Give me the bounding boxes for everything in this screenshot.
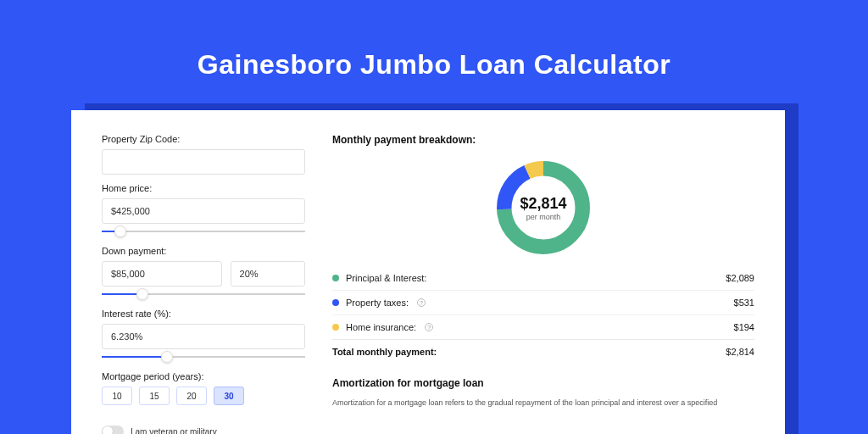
price-field-block: Home price: (102, 183, 305, 237)
rate-slider[interactable] (102, 351, 305, 363)
period-btn-20[interactable]: 20 (176, 387, 207, 405)
period-field-block: Mortgage period (years): 10152030 (102, 371, 305, 405)
donut-amount: $2,814 (520, 195, 566, 213)
info-icon[interactable]: ? (417, 298, 426, 307)
down-field-block: Down payment: (102, 246, 305, 300)
rate-field-block: Interest rate (%): (102, 309, 305, 363)
period-label: Mortgage period (years): (102, 371, 305, 381)
breakdown-column: Monthly payment breakdown: $2,814 per mo… (332, 134, 754, 426)
veteran-label: I am veteran or military (131, 427, 217, 435)
breakdown-title: Monthly payment breakdown: (332, 134, 754, 146)
price-slider[interactable] (102, 225, 305, 237)
legend-label: Home insurance: (346, 322, 416, 332)
period-btn-30[interactable]: 30 (214, 387, 244, 405)
slider-handle[interactable] (136, 288, 148, 300)
total-label: Total monthly payment: (332, 347, 437, 357)
info-icon[interactable]: ? (425, 323, 433, 331)
legend-label: Principal & Interest: (346, 273, 426, 283)
zip-field-block: Property Zip Code: (102, 134, 305, 175)
price-input[interactable] (102, 198, 305, 224)
legend-dot (332, 299, 339, 306)
zip-input[interactable] (102, 149, 305, 175)
rate-label: Interest rate (%): (102, 309, 305, 319)
amortization-title: Amortization for mortgage loan (332, 377, 754, 389)
legend-dot (332, 275, 339, 281)
page-title: Gainesboro Jumbo Loan Calculator (0, 0, 868, 81)
legend-label: Property taxes: (346, 298, 409, 308)
amortization-section: Amortization for mortgage loan Amortizat… (332, 377, 754, 409)
slider-handle[interactable] (161, 351, 173, 363)
rate-input[interactable] (102, 324, 305, 349)
legend-row: Property taxes:?$531 (332, 290, 754, 314)
legend-total-row: Total monthly payment: $2,814 (332, 339, 754, 364)
down-slider[interactable] (102, 288, 305, 300)
legend-dot (332, 324, 339, 331)
legend-value: $194 (734, 322, 754, 332)
down-amount-input[interactable] (102, 261, 222, 287)
zip-label: Property Zip Code: (102, 134, 305, 144)
form-column: Property Zip Code: Home price: Down paym… (102, 134, 305, 426)
down-pct-input[interactable] (231, 261, 305, 287)
price-label: Home price: (102, 183, 305, 193)
veteran-toggle[interactable] (102, 426, 124, 434)
calculator-card: Property Zip Code: Home price: Down paym… (71, 110, 785, 434)
period-btn-15[interactable]: 15 (139, 387, 170, 405)
veteran-toggle-row: I am veteran or military (102, 426, 305, 434)
legend-value: $2,089 (726, 273, 754, 283)
slider-handle[interactable] (114, 225, 126, 237)
legend-row: Home insurance:?$194 (332, 314, 754, 339)
toggle-knob (103, 426, 113, 434)
legend: Principal & Interest:$2,089Property taxe… (332, 266, 754, 339)
legend-value: $531 (734, 298, 754, 308)
period-btn-10[interactable]: 10 (102, 387, 132, 405)
legend-row: Principal & Interest:$2,089 (332, 266, 754, 290)
total-value: $2,814 (726, 347, 754, 357)
donut-sub: per month (526, 213, 561, 221)
amortization-text: Amortization for a mortgage loan refers … (332, 398, 754, 409)
down-label: Down payment: (102, 246, 305, 256)
donut-chart-wrap: $2,814 per month (332, 156, 754, 259)
donut-chart: $2,814 per month (492, 156, 595, 259)
